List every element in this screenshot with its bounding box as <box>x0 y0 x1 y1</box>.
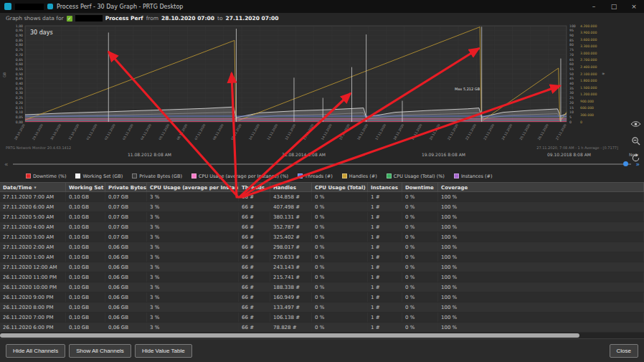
column-header[interactable]: Handles <box>270 183 312 191</box>
legend-item[interactable]: Handles (#) <box>342 173 377 179</box>
svg-text:95: 95 <box>569 29 574 32</box>
reset-zoom-icon[interactable] <box>630 153 641 163</box>
table-row[interactable]: 27.11.2020 2:00 AM0,10 GB0,06 GB3 %66 #2… <box>0 242 644 252</box>
column-header[interactable]: Instances <box>368 183 402 191</box>
svg-text:65: 65 <box>569 58 574 62</box>
table-row[interactable]: 27.11.2020 1:00 AM0,10 GB0,06 GB3 %66 #2… <box>0 252 644 262</box>
table-row[interactable]: 26.11.2020 11:00 PM0,10 GB0,06 GB3 %66 #… <box>0 272 644 282</box>
table-cell: 0,07 GB <box>105 232 147 242</box>
table-cell: 3 % <box>147 313 239 322</box>
table-row[interactable]: 26.11.2020 6:00 PM0,10 GB0,06 GB3 %66 #7… <box>0 323 644 333</box>
svg-text:29.10.2020: 29.10.2020 <box>32 123 44 140</box>
svg-text:0,20: 0,20 <box>16 101 23 105</box>
table-cell: 0 % <box>312 242 368 252</box>
legend-item[interactable]: Downtime (%) <box>26 173 66 179</box>
table-row[interactable]: 26.11.2020 8:00 PM0,10 GB0,06 GB3 %66 #1… <box>0 303 644 313</box>
table-cell: 3 % <box>147 242 239 252</box>
timeline-track[interactable] <box>13 163 632 165</box>
legend-swatch-icon <box>298 173 303 178</box>
table-cell: 66 # <box>239 303 270 312</box>
horizontal-scrollbar[interactable] <box>0 333 644 338</box>
table-row[interactable]: 26.11.2020 9:00 PM0,10 GB0,06 GB3 %66 #1… <box>0 292 644 303</box>
table-row[interactable]: 27.11.2020 5:00 AM0,10 GB0,07 GB3 %66 #3… <box>0 212 644 222</box>
column-header[interactable]: Working Set <box>66 183 105 191</box>
table-cell: 26.11.2020 8:00 PM <box>0 303 66 312</box>
eye-icon[interactable] <box>630 118 641 129</box>
table-cell: 0 % <box>402 282 438 292</box>
svg-text:0,15: 0,15 <box>16 106 23 110</box>
legend-item[interactable]: Instances (#) <box>454 173 493 179</box>
table-row[interactable]: 27.11.2020 12:00 AM0,10 GB0,06 GB3 %66 #… <box>0 262 644 272</box>
column-header[interactable]: Date/Time▼ <box>0 183 66 191</box>
window-title: Process Perf - 30 Day Graph - PRTG Deskt… <box>57 4 183 10</box>
performance-graph[interactable]: 1,001000,95950,90900,85850,80800,75750,7… <box>0 24 644 144</box>
table-row[interactable]: 27.11.2020 6:00 AM0,10 GB0,07 GB3 %66 #4… <box>0 202 644 212</box>
hide-value-table-button[interactable]: Hide Value Table <box>135 344 192 358</box>
svg-text:0,85: 0,85 <box>16 39 23 42</box>
legend-item[interactable]: Private Bytes (GB) <box>132 173 182 179</box>
sensor-status-check-icon[interactable]: ✓ <box>67 16 72 22</box>
table-row[interactable]: 26.11.2020 7:00 PM0,10 GB0,06 GB3 %66 #1… <box>0 313 644 323</box>
table-cell: 243.143 # <box>270 262 312 272</box>
column-header[interactable]: CPU Usage (average per Instance) <box>147 183 239 191</box>
legend-item[interactable]: Working Set (GB) <box>75 173 123 179</box>
sensor-name: Process Perf <box>105 15 143 22</box>
table-cell: 0 % <box>312 262 368 272</box>
svg-text:300.000: 300.000 <box>580 113 594 117</box>
svg-text:GB: GB <box>2 72 6 77</box>
svg-text:12.11.2020: 12.11.2020 <box>284 123 296 140</box>
svg-text:08.11.2020: 08.11.2020 <box>212 123 224 140</box>
legend-item[interactable]: Threads (#) <box>298 173 333 179</box>
table-cell: 0,10 GB <box>66 252 105 262</box>
table-cell: 1 # <box>368 292 402 302</box>
table-cell: 0 % <box>312 292 368 302</box>
column-header[interactable]: Private Bytes <box>105 183 147 191</box>
column-header[interactable]: CPU Usage (Total) <box>312 183 368 191</box>
column-header[interactable]: Coverage <box>438 183 644 191</box>
legend-item[interactable]: CPU Usage (Total) (%) <box>387 173 445 179</box>
table-cell: 78.828 # <box>270 323 312 332</box>
column-header[interactable]: Downtime <box>402 183 438 191</box>
table-row[interactable]: 26.11.2020 10:00 PM0,10 GB0,06 GB3 %66 #… <box>0 282 644 292</box>
legend-item[interactable]: CPU Usage (average per Instance) (%) <box>191 173 288 179</box>
zoom-out-icon[interactable] <box>630 135 641 146</box>
minimize-button[interactable]: – <box>584 0 604 13</box>
hide-all-channels-button[interactable]: Hide All Channels <box>6 344 65 358</box>
table-cell: 0,06 GB <box>105 313 147 322</box>
svg-text:0,70: 0,70 <box>16 53 23 57</box>
table-cell: 100 % <box>438 202 644 211</box>
scrollbar-thumb[interactable] <box>0 333 579 338</box>
table-row[interactable]: 27.11.2020 3:00 AM0,10 GB0,07 GB3 %66 #3… <box>0 232 644 242</box>
table-cell: 298.017 # <box>270 242 312 252</box>
svg-text:100: 100 <box>569 24 576 28</box>
svg-text:17.11.2020: 17.11.2020 <box>374 123 387 140</box>
legend-label: Private Bytes (GB) <box>139 173 182 179</box>
table-cell: 0,07 GB <box>105 212 147 222</box>
table-cell: 0,06 GB <box>105 323 147 332</box>
table-cell: 3 % <box>147 272 239 282</box>
graph-toolbar <box>630 118 641 163</box>
svg-text:60: 60 <box>569 62 574 66</box>
svg-text:10.11.2020: 10.11.2020 <box>248 123 260 140</box>
legend-label: Instances (#) <box>461 173 493 179</box>
table-cell: 0,10 GB <box>66 192 105 201</box>
legend-swatch-icon <box>26 173 31 178</box>
timeline-handle[interactable] <box>623 161 628 166</box>
timeline-date-labels: 11.08.2012 8:08 AM31.08.2014 8:08 AM19.0… <box>0 151 644 158</box>
maximize-button[interactable]: □ <box>604 0 624 13</box>
table-cell: 0,10 GB <box>66 262 105 272</box>
table-cell: 0,10 GB <box>66 323 105 332</box>
table-row[interactable]: 27.11.2020 4:00 AM0,10 GB0,07 GB3 %66 #3… <box>0 222 644 232</box>
show-all-channels-button[interactable]: Show All Channels <box>69 344 131 358</box>
graph-footer: PRTG Network Monitor 20.4.63.1412 27.11.… <box>0 144 644 151</box>
table-cell: 0 % <box>312 323 368 332</box>
table-cell: 0 % <box>312 282 368 292</box>
close-window-button[interactable]: × <box>624 0 644 13</box>
svg-text:2.700.000: 2.700.000 <box>580 58 597 62</box>
close-button[interactable]: Close <box>610 344 638 358</box>
svg-text:28.10.2020: 28.10.2020 <box>14 123 26 140</box>
svg-text:0,60: 0,60 <box>16 62 23 66</box>
timeline-back-icon[interactable]: « <box>4 158 9 170</box>
column-header[interactable]: Threads <box>239 183 270 191</box>
table-row[interactable]: 27.11.2020 7:00 AM0,10 GB0,07 GB3 %66 #4… <box>0 192 644 202</box>
